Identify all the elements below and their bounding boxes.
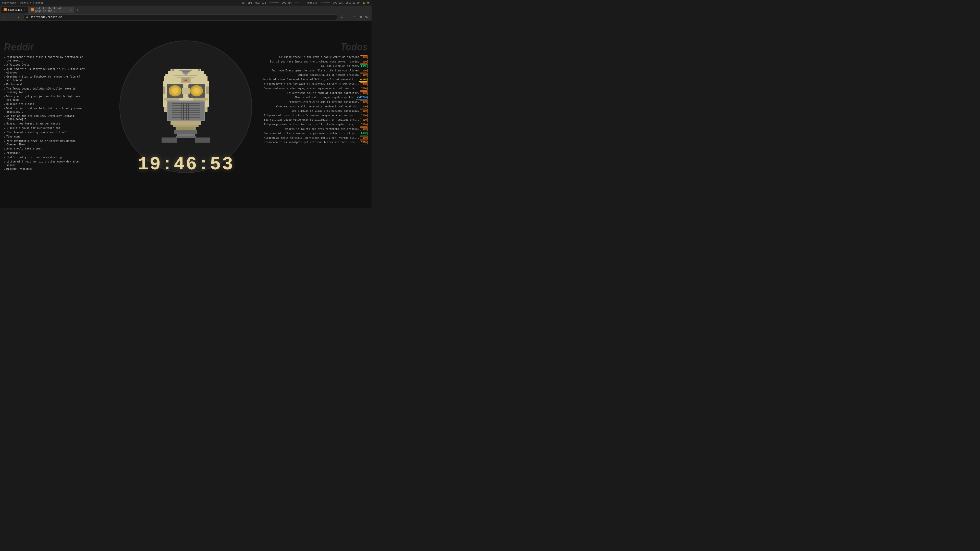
todo-badge: TODO — [360, 60, 368, 64]
tab-close-startpage[interactable]: ✕ — [24, 8, 25, 11]
todo-item-text: Pellentesque mollis enim at bibendum por… — [287, 91, 359, 95]
address-bar: ‹ › ↻ 🔒 startpage.roosta.sh ⋯ ☆ ♡ ⊡ ≫ — [0, 13, 372, 21]
svg-rect-27 — [192, 98, 208, 100]
back-button[interactable]: ‹ — [2, 14, 8, 20]
reddit-list-item[interactable]: Little girl hugs her big brother every d… — [4, 160, 86, 167]
tab-startpage[interactable]: S Startpage ✕ — [1, 6, 27, 13]
reddit-list-item[interactable]: Anon should take a seat — [4, 147, 86, 151]
reddit-list-item[interactable]: As far as the eye can see. Dyrholaey Ice… — [4, 114, 86, 121]
reddit-list-item[interactable]: Grandma writes to Facebook to remove the… — [4, 75, 86, 82]
todo-list-item[interactable]: Aliquam sed ipsum ut risus fermentum con… — [261, 114, 368, 118]
fullscreen-button[interactable]: ⊡ — [358, 14, 363, 20]
todo-item-text: Mauris id mauris sed eros fermentum scel… — [285, 127, 359, 131]
tab-reddit[interactable]: r reddit: the front page of the... ✕ — [28, 6, 74, 13]
todos-panel-title: Todos — [261, 41, 368, 52]
svg-rect-25 — [185, 79, 186, 81]
todo-list-item[interactable]: Mauris vel est in augue dapibus mattis.W… — [261, 96, 368, 100]
reddit-list-item[interactable]: MAXIMUM OVERDRIVE — [4, 168, 86, 171]
status-dots-1: •••••••••• — [269, 2, 279, 4]
sync-button[interactable]: ♡ — [352, 14, 357, 20]
reddit-list-item[interactable]: Photographer found himself dwarfed by dr… — [4, 56, 86, 62]
todo-badge: DONE — [360, 132, 368, 135]
reddit-list-item[interactable]: Bonsai tree forest at garden centre — [4, 122, 86, 126]
forward-button[interactable]: › — [9, 14, 15, 20]
todo-badge: TODO — [360, 118, 368, 122]
todo-list-item[interactable]: Sed aliquam ex vitae orci maximus malesu… — [261, 109, 368, 113]
todo-item-text: But if you have Emacs and the included n… — [270, 60, 359, 64]
left-panel-reddit: Reddit Photographer found himself dwarfe… — [4, 41, 86, 171]
reddit-list-item[interactable]: Motherhood — [4, 83, 86, 86]
todo-list-item[interactable]: Etiam non felis volutpat, pellentesque l… — [261, 141, 368, 144]
todo-list-item[interactable]: Sed volutpat augue vitae erat sollicitud… — [261, 118, 368, 122]
status-vol: VOL 45% — [282, 2, 292, 4]
todo-list-item[interactable]: And have Emacs open the todo file at the… — [261, 69, 368, 73]
svg-rect-7 — [182, 71, 189, 73]
reddit-list-item[interactable]: That's really nice and understanding... — [4, 156, 86, 159]
svg-rect-41 — [186, 103, 186, 120]
browser-chrome: Startpage - Mozilla Firefox US VPN PKG: … — [0, 0, 372, 21]
todo-list-item[interactable]: Praesent interdum tellus id ornibus cons… — [261, 100, 368, 104]
status-cpu: CPU 19% — [333, 2, 343, 4]
todo-item-text: Aliquam mattis leo sit amet mi molestie,… — [264, 83, 359, 86]
svg-rect-8 — [183, 73, 188, 74]
title-bar-right: US VPN PKG: 9/1 •••••••••• VOL 45% •••••… — [242, 2, 369, 4]
todo-list-item[interactable]: But if you have Emacs and the included n… — [261, 60, 368, 64]
toolbar-buttons: ⋯ ☆ ♡ ⊡ ≫ — [339, 14, 369, 20]
todo-badge: TODO — [360, 87, 368, 91]
svg-rect-6 — [180, 70, 192, 71]
todo-badge: TODO — [360, 127, 368, 131]
todo-badge: DONE — [360, 64, 368, 68]
todo-badge: TODO — [360, 105, 368, 109]
todo-item-text: Mauris vel est in augue dapibus mattis. — [295, 96, 355, 99]
todo-list-item[interactable]: Cras sed arcu a elit venenatis hendrerit… — [261, 105, 368, 109]
reddit-list-item[interactable]: ProfWhisk — [4, 151, 86, 155]
todo-list-item[interactable]: Aliquam posuere lectus tincidunt, sollic… — [261, 123, 368, 127]
reddit-list-item[interactable]: When you forget your job cos the bitch f… — [4, 95, 86, 102]
clock-display: 19:46:53 — [138, 156, 234, 174]
todo-item-text: Maecenas id tellus consequat turpis orna… — [264, 132, 359, 135]
todo-list-item[interactable]: Clicking these in the demo clearly won't… — [261, 56, 368, 59]
reddit-list-item[interactable]: "So thaaaat's what my shoes smell like" — [4, 130, 86, 135]
svg-rect-40 — [183, 103, 184, 120]
svg-rect-51 — [172, 69, 174, 71]
svg-rect-10 — [174, 75, 197, 76]
todo-badge: WAITING — [356, 96, 368, 100]
todo-list-item[interactable]: Aliquam ac felis molestie, porttitor tel… — [261, 136, 368, 140]
todo-list-item[interactable]: Mauris id mauris sed eros fermentum scel… — [261, 127, 368, 131]
reddit-list-item[interactable]: What is unethical as fuck, but is extrem… — [4, 106, 86, 114]
url-field[interactable]: 🔒 startpage.roosta.sh — [24, 14, 338, 20]
reddit-list-item[interactable]: Huskies are liquid — [4, 102, 86, 106]
bookmarks-button[interactable]: ⋯ — [339, 14, 345, 20]
todo-item-text: Sed volutpat augue vitae erat sollicitud… — [264, 118, 359, 122]
reddit-list: Photographer found himself dwarfed by dr… — [4, 56, 86, 171]
todo-item-text: Praesent interdum tellus id ornibus cons… — [288, 100, 359, 104]
status-us: US — [242, 2, 245, 4]
refresh-button[interactable]: ↻ — [16, 14, 22, 20]
reddit-list-item[interactable]: Very Optimistic News: Solar Energy Has B… — [4, 139, 86, 146]
tab-close-reddit[interactable]: ✕ — [70, 8, 72, 11]
reader-button[interactable]: ☆ — [345, 14, 351, 20]
todo-item-text: Donec sed nunc scelerisque, scelerisque … — [264, 87, 359, 90]
reddit-list-item[interactable]: I built a house for our outdoor cat — [4, 126, 86, 130]
reddit-list-item[interactable]: Just saw this 30 storey building in NYC … — [4, 67, 86, 75]
todo-list-item[interactable]: Aliquam mattis leo sit amet mi molestie,… — [261, 83, 368, 86]
todo-list-item[interactable]: Maecenas id tellus consequat turpis orna… — [261, 132, 368, 135]
todo-list-item[interactable]: Mauris ultrices leo eget lacus efficitur… — [261, 78, 368, 82]
todo-list-item[interactable]: You can click on an entryDONE — [261, 64, 368, 68]
todo-badge: TODO — [360, 56, 368, 59]
reddit-list-item[interactable]: The Texas budget includes $20 million mo… — [4, 87, 86, 94]
mask-graphic — [141, 61, 231, 158]
todo-list-item[interactable]: Quisque maximus nulla in tempor pretium.… — [261, 73, 368, 77]
reddit-list-item[interactable]: A Vicious Cycle — [4, 63, 86, 67]
svg-rect-11 — [177, 77, 195, 78]
todo-item-text: Cras sed arcu a elit venenatis hendrerit… — [276, 105, 359, 108]
overflow-button[interactable]: ≫ — [364, 14, 369, 20]
new-tab-button[interactable]: + — [75, 6, 81, 13]
reddit-panel-title: Reddit — [4, 41, 86, 52]
svg-rect-43 — [170, 121, 201, 125]
todo-list-item[interactable]: Pellentesque mollis enim at bibendum por… — [261, 91, 368, 95]
todo-list-item[interactable]: Donec sed nunc scelerisque, scelerisque … — [261, 87, 368, 91]
reddit-list-item[interactable]: Tiny noms — [4, 135, 86, 139]
status-time: 19:46 — [363, 2, 369, 4]
status-date: 2017-11-20 — [346, 2, 360, 4]
